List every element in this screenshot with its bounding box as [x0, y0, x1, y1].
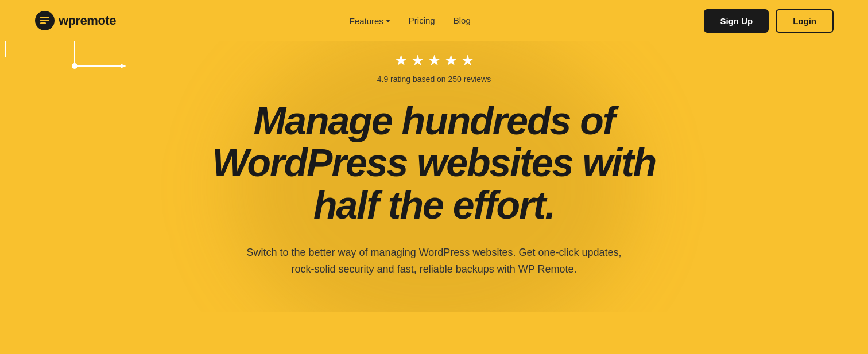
headline-line3: half the effort. — [313, 183, 555, 227]
nav-features-link[interactable]: Features — [350, 16, 390, 26]
logo-text: wpremote — [59, 13, 116, 28]
svg-rect-3 — [40, 22, 46, 24]
star-3: ★ — [428, 53, 441, 68]
nav-links: Features Pricing Blog — [350, 15, 471, 26]
svg-rect-1 — [40, 17, 49, 18]
blog-label: Blog — [454, 15, 471, 25]
pricing-label: Pricing — [409, 15, 435, 25]
star-1: ★ — [394, 53, 408, 68]
nav-pricing-link[interactable]: Pricing — [409, 15, 435, 25]
chevron-down-icon — [386, 20, 390, 22]
logo-link[interactable]: wpremote — [34, 10, 116, 31]
nav-actions: Sign Up Login — [704, 9, 834, 33]
hero-content: ★ ★ ★ ★ ★ 4.9 rating based on 250 review… — [11, 53, 857, 278]
svg-rect-2 — [40, 20, 49, 21]
login-button[interactable]: Login — [776, 9, 834, 33]
signup-button[interactable]: Sign Up — [704, 9, 769, 33]
star-5: ★ — [461, 53, 474, 68]
star-rating: ★ ★ ★ ★ ★ — [11, 53, 857, 68]
hero-subtext: Switch to the better way of managing Wor… — [245, 244, 623, 278]
rating-text: 4.9 rating based on 250 reviews — [11, 75, 857, 84]
features-label: Features — [350, 16, 383, 26]
star-4: ★ — [444, 53, 458, 68]
headline-line2: WordPress websites with — [212, 141, 656, 184]
hero-headline: Manage hundreds of WordPress websites wi… — [210, 100, 658, 226]
headline-line1: Manage hundreds of — [254, 99, 615, 142]
nav-blog-link[interactable]: Blog — [454, 15, 471, 25]
star-2: ★ — [411, 53, 424, 68]
main-nav: wpremote Features Pricing Blog Sign Up L… — [0, 0, 868, 41]
hero-section: ★ ★ ★ ★ ★ 4.9 rating based on 250 review… — [0, 41, 868, 312]
logo-icon — [34, 10, 55, 31]
